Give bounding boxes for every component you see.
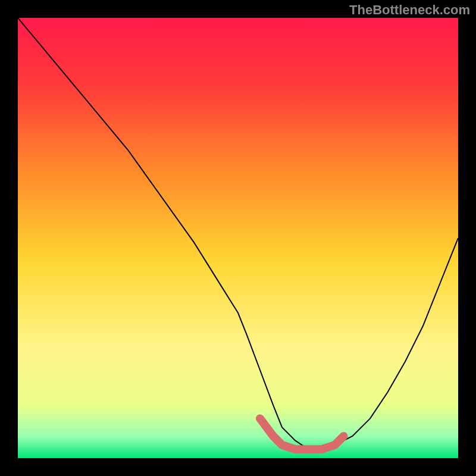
chart-frame	[18, 18, 458, 458]
gradient-background	[18, 18, 458, 458]
watermark-text: TheBottleneck.com	[349, 2, 470, 18]
chart-plot	[18, 18, 458, 458]
